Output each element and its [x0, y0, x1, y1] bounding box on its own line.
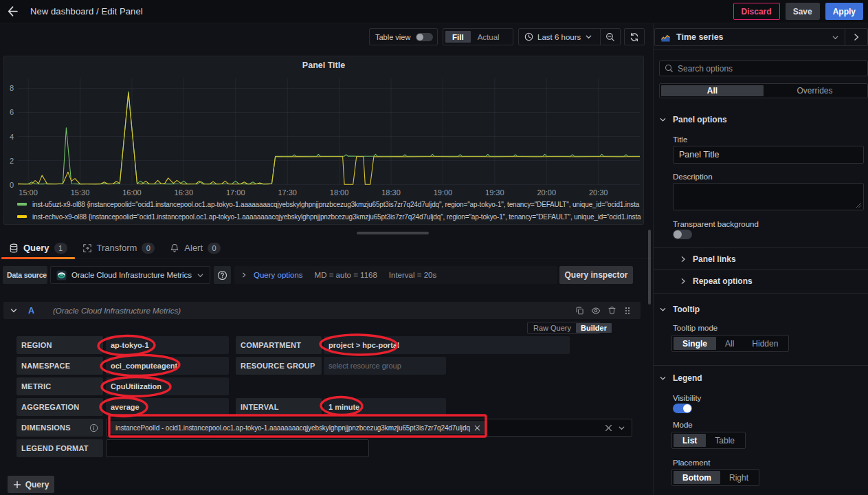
apply-button[interactable]: Apply [825, 3, 863, 20]
legend-placement-label: Placement [673, 459, 710, 467]
tab-query[interactable]: Query1 [1, 237, 75, 259]
viz-picker-header: Time series [654, 26, 868, 50]
save-button[interactable]: Save [786, 3, 820, 20]
panel-preview: Panel Title 0246815:0015:3016:0016:3017:… [3, 56, 644, 225]
data-source-picker[interactable]: Oracle Cloud Infrastructure Metrics [50, 266, 210, 284]
chevron-down-icon[interactable] [618, 424, 625, 432]
toggle-knob [416, 34, 423, 41]
legend-mode-list[interactable]: List [674, 434, 706, 447]
x-axis-tick-label: 20:30 [589, 188, 608, 197]
remove-query-trash-icon[interactable] [608, 306, 616, 315]
query-options-link[interactable]: Query options [254, 271, 303, 279]
actual-option[interactable]: Actual [471, 31, 507, 43]
panel-links-section[interactable]: Panel links [654, 248, 868, 270]
hide-response-eye-icon[interactable] [591, 306, 601, 316]
tooltip-mode-single[interactable]: Single [674, 337, 716, 350]
zoom-out-icon [605, 32, 615, 42]
panel-options-section-header[interactable]: Panel options [659, 115, 727, 124]
legend-format-input[interactable] [106, 439, 369, 457]
clear-selection-icon[interactable] [605, 424, 612, 432]
legend-section-header[interactable]: Legend [659, 373, 702, 383]
builder-option[interactable]: Builder [576, 323, 612, 333]
tooltip-section-header[interactable]: Tooltip [659, 305, 700, 314]
back-button[interactable] [0, 0, 25, 23]
time-range-button[interactable]: Last 6 hours [519, 29, 600, 45]
plus-icon [13, 481, 21, 489]
legend-mode-group: ListTable [671, 432, 746, 449]
datasource-help-button[interactable] [214, 266, 231, 284]
refresh-button[interactable] [624, 28, 645, 45]
metric-field-label: METRIC [16, 377, 103, 395]
x-axis-tick-label: 16:30 [175, 188, 194, 197]
legend-swatch [17, 203, 27, 206]
time-range-label: Last 6 hours [537, 33, 581, 41]
aggregation-select[interactable]: average [106, 398, 229, 416]
options-sidebar: Time series Search options All Overrides… [653, 23, 868, 495]
fill-actual-group: Fill Actual [443, 28, 513, 45]
resource-group-select[interactable]: select resource group [324, 357, 446, 375]
breadcrumb[interactable]: New dashboard / Edit Panel [30, 6, 143, 16]
table-view-toggle[interactable] [416, 33, 433, 41]
dimensions-select[interactable]: instancePoolId - ocid1.instancepool.oc1.… [106, 419, 632, 437]
legend-mode-table[interactable]: Table [706, 434, 744, 447]
tab-all[interactable]: All [661, 85, 764, 96]
query-inspector-button[interactable]: Query inspector [559, 266, 633, 284]
legend-placement-right[interactable]: Right [720, 471, 757, 484]
x-axis-tick-label: 18:00 [330, 188, 349, 197]
legend-placement-group: BottomRight [671, 469, 759, 486]
tab-overrides[interactable]: Overrides [764, 85, 866, 96]
x-axis-tick-label: 20:00 [537, 188, 556, 197]
raw-query-option[interactable]: Raw Query [528, 323, 576, 333]
compartment-select[interactable]: project > hpc-portal [324, 336, 570, 354]
table-view-control: Table view [369, 28, 438, 45]
transparent-background-toggle[interactable] [673, 230, 692, 239]
legend-swatch [17, 215, 27, 218]
tooltip-mode-hidden[interactable]: Hidden [743, 337, 787, 350]
query-row-header[interactable]: A (Oracle Cloud Infrastructure Metrics) [3, 302, 641, 319]
query-row-actions [575, 306, 632, 316]
legend-placement-bottom[interactable]: Bottom [674, 471, 720, 484]
repeat-options-section[interactable]: Repeat options [654, 270, 868, 292]
interval-select[interactable]: 1 minute [324, 398, 446, 416]
tooltip-mode-all[interactable]: All [716, 337, 743, 350]
time-series-chart[interactable]: 0246815:0015:3016:0016:3017:0017:3018:00… [4, 56, 643, 198]
fill-option[interactable]: Fill [445, 31, 471, 43]
tab-transform[interactable]: Transform0 [75, 237, 163, 259]
duplicate-query-icon[interactable] [575, 306, 584, 315]
add-query-button[interactable]: Query [8, 476, 54, 493]
legend-item[interactable]: inst-echvo-x9-ol88 {instancepoolid="ocid… [17, 210, 643, 223]
metric-select[interactable]: CpuUtilization [106, 377, 229, 395]
tab-label: Alert [184, 243, 203, 253]
namespace-select[interactable]: oci_computeagent [106, 357, 229, 375]
legend-item[interactable]: inst-u5uzt-x9-ol88 {instancepoolid="ocid… [17, 198, 643, 210]
query-options-bar: Query options MD = auto = 1168 Interval … [234, 266, 557, 284]
panel-title-input[interactable]: Panel Title [673, 146, 864, 164]
zoom-out-time-button[interactable] [600, 29, 620, 45]
legend-visibility-label: Visibility [673, 394, 701, 402]
legend-mode-label: Mode [673, 421, 693, 429]
collapse-options-pane-button[interactable] [845, 29, 867, 45]
chevron-down-icon [659, 375, 667, 382]
resize-handle-icon[interactable] [856, 202, 862, 208]
raw-builder-toggle: Raw Query Builder [527, 322, 600, 334]
chevron-down-icon [659, 306, 667, 314]
panel-description-textarea[interactable] [673, 183, 864, 210]
discard-button[interactable]: Discard [733, 3, 780, 20]
legend-visibility-toggle[interactable] [673, 404, 692, 413]
y-axis-tick-label: 8 [10, 84, 14, 92]
dimension-chip[interactable]: instancePoolId - ocid1.instancepool.oc1.… [111, 421, 485, 434]
panel-title-value: Panel Title [679, 150, 719, 160]
chevron-right-icon [680, 278, 687, 285]
drag-handle-icon[interactable] [623, 307, 632, 315]
horizontal-scrollbar[interactable] [357, 232, 429, 234]
interval-stat: Interval = 20s [389, 271, 436, 279]
search-options-input[interactable]: Search options [659, 60, 868, 76]
x-axis-tick-label: 19:00 [434, 188, 453, 197]
tab-label: Query [23, 243, 49, 253]
chevron-right-icon [241, 272, 247, 278]
visualization-picker[interactable]: Time series [655, 29, 845, 45]
question-circle-icon [217, 270, 227, 280]
remove-dimension-icon[interactable] [474, 425, 480, 431]
region-select[interactable]: ap-tokyo-1 [106, 336, 229, 354]
tab-alert[interactable]: Alert0 [162, 237, 228, 259]
